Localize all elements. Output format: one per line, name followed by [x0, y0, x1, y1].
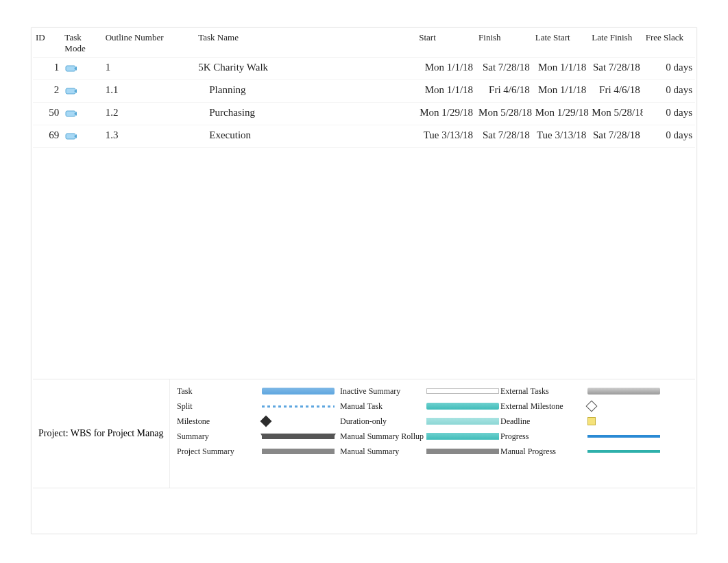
inner-frame: ID Task Mode Outline Number Task Name St… — [33, 29, 695, 509]
legend-swatch-row — [259, 429, 335, 444]
legend-label: Manual Progress — [500, 447, 590, 457]
legend-label: Summary — [177, 431, 259, 442]
col-header-id[interactable]: ID — [33, 29, 62, 58]
legend-item: Milestone — [177, 414, 259, 429]
cell-free-slack[interactable]: 0 days — [643, 80, 695, 103]
svg-rect-1 — [66, 88, 75, 94]
cell-task-mode[interactable] — [62, 103, 102, 125]
sw-durationonly-icon — [426, 418, 499, 425]
cell-free-slack[interactable]: 0 days — [643, 58, 695, 80]
cell-late-finish[interactable]: Sat 7/28/18 — [589, 125, 642, 148]
cell-task-mode[interactable] — [62, 58, 102, 80]
cell-start[interactable]: Mon 1/29/18 — [416, 103, 476, 125]
table-row[interactable]: 691.3ExecutionTue 3/13/18Sat 7/28/18Tue … — [33, 125, 695, 148]
cell-start[interactable]: Mon 1/1/18 — [416, 80, 476, 103]
cell-free-slack[interactable]: 0 days — [643, 125, 695, 148]
legend-swatch-row — [259, 414, 335, 429]
task-name-text: Purchasing — [198, 107, 255, 118]
legend-swatch-row — [424, 429, 499, 444]
project-title: Project: WBS for Project Manag — [38, 428, 164, 439]
legend-label: Inactive Summary — [340, 386, 429, 397]
sw-milestone-icon — [260, 416, 272, 427]
sw-split-icon — [262, 405, 335, 408]
legend-body: TaskSplitMilestoneSummaryProject Summary… — [170, 379, 695, 488]
legend-item: Project Summary — [177, 444, 259, 459]
legend-label: Project Summary — [177, 447, 259, 457]
legend-swatch-row — [585, 384, 660, 399]
cell-finish[interactable]: Sat 7/28/18 — [476, 58, 533, 80]
legend-label: Manual Task — [340, 401, 429, 412]
legend-label: Manual Summary — [340, 447, 429, 457]
legend-label: Split — [177, 401, 259, 412]
cell-outline-number[interactable]: 1.2 — [103, 103, 196, 125]
cell-task-mode[interactable] — [62, 80, 102, 103]
legend-label: Manual Summary Rollup — [340, 431, 429, 442]
cell-start[interactable]: Mon 1/1/18 — [416, 58, 476, 80]
cell-id[interactable]: 69 — [33, 125, 62, 148]
col-header-late-start[interactable]: Late Start — [533, 29, 590, 58]
cell-task-name[interactable]: Planning — [195, 80, 416, 103]
table-row[interactable]: 501.2PurchasingMon 1/29/18Mon 5/28/18Mon… — [33, 103, 695, 125]
legend-swatch-row — [424, 384, 499, 399]
cell-id[interactable]: 1 — [33, 58, 62, 80]
cell-late-start[interactable]: Mon 1/1/18 — [533, 80, 590, 103]
col-header-outline-number[interactable]: Outline Number — [103, 29, 196, 58]
col-header-finish[interactable]: Finish — [476, 29, 533, 58]
sw-deadline-icon — [587, 417, 596, 425]
legend-swatch-row — [585, 429, 660, 444]
cell-outline-number[interactable]: 1.1 — [103, 80, 196, 103]
task-name-text: Execution — [198, 129, 251, 141]
page-frame: ID Task Mode Outline Number Task Name St… — [31, 27, 697, 534]
svg-rect-3 — [66, 134, 75, 139]
col-header-task-mode[interactable]: Task Mode — [62, 29, 102, 58]
legend-item: Split — [177, 399, 259, 414]
col-header-start[interactable]: Start — [416, 29, 476, 58]
cell-finish[interactable]: Mon 5/28/18 — [476, 103, 533, 125]
auto-schedule-icon — [64, 129, 78, 143]
table-row[interactable]: 115K Charity WalkMon 1/1/18Sat 7/28/18Mo… — [33, 58, 695, 80]
legend-label: External Milestone — [500, 401, 590, 412]
cell-start[interactable]: Tue 3/13/18 — [416, 125, 476, 148]
sw-mprogress-icon — [587, 450, 660, 453]
header-row: ID Task Mode Outline Number Task Name St… — [33, 29, 695, 58]
cell-task-name[interactable]: 5K Charity Walk — [195, 58, 416, 80]
auto-schedule-icon — [64, 62, 78, 75]
col-header-late-finish[interactable]: Late Finish — [589, 29, 642, 58]
sw-progress-icon — [587, 435, 660, 438]
auto-schedule-icon — [64, 107, 78, 121]
cell-id[interactable]: 2 — [33, 80, 62, 103]
auto-schedule-icon — [64, 84, 78, 98]
sw-extmilestone-icon — [586, 401, 598, 412]
cell-task-mode[interactable] — [62, 125, 102, 148]
legend-swatch-row — [259, 384, 335, 399]
sw-task-icon — [262, 388, 335, 395]
cell-task-name[interactable]: Execution — [195, 125, 416, 148]
col-header-task-name[interactable]: Task Name — [195, 29, 416, 58]
legend-swatch-row — [585, 414, 660, 429]
sw-external-icon — [587, 388, 660, 395]
cell-late-finish[interactable]: Mon 5/28/18 — [589, 103, 642, 125]
cell-late-start[interactable]: Mon 1/29/18 — [533, 103, 590, 125]
legend-swatch-row — [424, 399, 499, 414]
cell-outline-number[interactable]: 1.3 — [103, 125, 196, 148]
cell-late-finish[interactable]: Sat 7/28/18 — [589, 58, 642, 80]
cell-late-start[interactable]: Mon 1/1/18 — [533, 58, 590, 80]
legend-swatch-row — [259, 399, 335, 414]
cell-finish[interactable]: Sat 7/28/18 — [476, 125, 533, 148]
col-header-free-slack[interactable]: Free Slack — [643, 29, 695, 58]
cell-id[interactable]: 50 — [33, 103, 62, 125]
sw-manualtask-icon — [426, 403, 499, 410]
cell-late-start[interactable]: Tue 3/13/18 — [533, 125, 590, 148]
legend-label: Progress — [500, 431, 590, 442]
sw-msrollup-icon — [426, 433, 499, 440]
table-row[interactable]: 21.1PlanningMon 1/1/18Fri 4/6/18Mon 1/1/… — [33, 80, 695, 103]
cell-task-name[interactable]: Purchasing — [195, 103, 416, 125]
legend-item: Task — [177, 384, 259, 399]
legend-swatch-row — [585, 399, 660, 414]
cell-finish[interactable]: Fri 4/6/18 — [476, 80, 533, 103]
legend-region: Project: WBS for Project Manag TaskSplit… — [33, 379, 695, 488]
cell-late-finish[interactable]: Fri 4/6/18 — [589, 80, 642, 103]
legend-item: Summary — [177, 429, 259, 444]
cell-outline-number[interactable]: 1 — [103, 58, 196, 80]
cell-free-slack[interactable]: 0 days — [643, 103, 695, 125]
